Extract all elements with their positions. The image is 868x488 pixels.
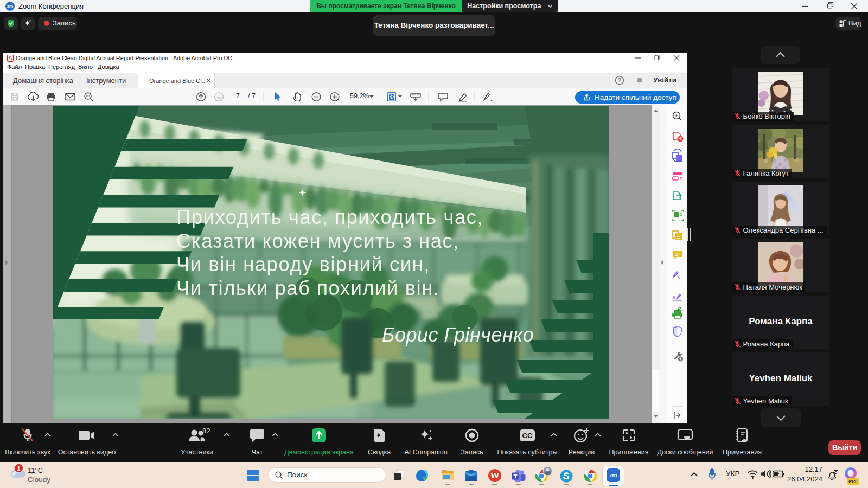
- svg-text:CC: CC: [522, 432, 533, 440]
- svg-text:Чи тільки раб похилий він.: Чи тільки раб похилий він.: [176, 277, 439, 299]
- svg-text:Сказати кожен мусить з нас,: Сказати кожен мусить з нас,: [176, 230, 459, 252]
- svg-text:Приходить час, приходить час,: Приходить час, приходить час,: [176, 206, 483, 228]
- svg-text:Чи він народу вірний син,: Чи він народу вірний син,: [176, 253, 430, 275]
- svg-text:Борис Грінченко: Борис Грінченко: [382, 324, 534, 346]
- svg-text:?: ?: [618, 77, 622, 84]
